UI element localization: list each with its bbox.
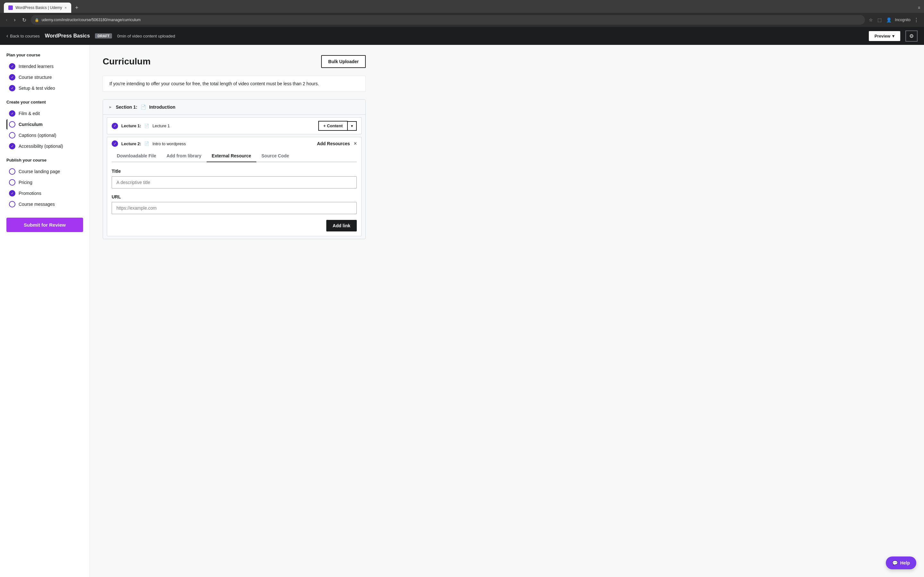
lecture-2-actions: Add Resources × [317, 141, 357, 147]
add-resources-close-icon[interactable]: × [354, 141, 357, 147]
back-to-courses-link[interactable]: ‹ Back to courses [6, 33, 40, 39]
url-input[interactable] [111, 202, 357, 214]
back-chevron-icon: ‹ [6, 33, 8, 39]
url-text: udemy.com/instructor/course/5063180/mana… [42, 18, 861, 22]
section-doc-icon: 📄 [141, 105, 146, 110]
draft-badge: DRAFT [95, 33, 112, 39]
landing-page-label: Course landing page [19, 169, 60, 174]
lecture-2-check-icon [111, 140, 118, 147]
sidebar-item-pricing[interactable]: Pricing [6, 177, 83, 187]
add-resources-button[interactable]: Add Resources × [317, 141, 357, 147]
course-title: WordPress Basics [45, 33, 90, 39]
back-label: Back to courses [10, 34, 40, 39]
more-tabs-button[interactable]: ≡ [918, 5, 920, 10]
incognito-label: Incognito [895, 18, 911, 22]
course-structure-label: Course structure [19, 75, 52, 80]
curriculum-check-icon [9, 121, 15, 127]
submit-for-review-button[interactable]: Submit for Review [6, 218, 83, 232]
section-label: Section 1: [116, 105, 137, 110]
section-card: ▸ Section 1: 📄 Introduction Lecture 1: 📄… [103, 99, 366, 239]
lecture-row-2: Lecture 2: 📄 Intro to wordpress Add Reso… [107, 137, 362, 236]
active-tab[interactable]: WordPress Basics | Udemy × [4, 3, 71, 13]
title-input[interactable] [111, 176, 357, 189]
film-edit-label: Film & edit [19, 111, 40, 116]
pricing-label: Pricing [19, 180, 32, 185]
video-info: 0min of video content uploaded [117, 34, 864, 39]
app-header: ‹ Back to courses WordPress Basics DRAFT… [0, 27, 924, 45]
sidebar-item-course-structure[interactable]: Course structure [6, 72, 83, 82]
add-content-button-1[interactable]: + Content [318, 121, 348, 131]
reload-button[interactable]: ↻ [20, 16, 28, 24]
extensions-button[interactable]: ⬚ [876, 16, 883, 24]
main-content: Curriculum Bulk Uploader If you're inten… [90, 45, 379, 577]
accessibility-check-icon [9, 143, 15, 149]
page-title: Curriculum [103, 56, 150, 67]
promotions-label: Promotions [19, 191, 41, 196]
address-bar[interactable]: 🔒 udemy.com/instructor/course/5063180/ma… [31, 15, 865, 25]
sidebar-item-captions[interactable]: Captions (optional) [6, 130, 83, 140]
lecture-1-check-icon [111, 123, 118, 129]
url-form-group: URL [111, 194, 357, 214]
help-label: Help [900, 560, 910, 566]
sidebar-item-accessibility[interactable]: Accessibility (optional) [6, 141, 83, 151]
curriculum-label: Curriculum [19, 122, 43, 127]
intended-learners-check-icon [9, 63, 15, 69]
tab-source-code[interactable]: Source Code [256, 150, 294, 162]
sidebar-item-setup-test[interactable]: Setup & test video [6, 83, 83, 93]
add-resources-label: Add Resources [317, 141, 350, 146]
info-text: If you're intending to offer your course… [110, 81, 319, 86]
sidebar-item-landing-page[interactable]: Course landing page [6, 166, 83, 177]
create-section-title: Create your content [6, 100, 83, 105]
setup-test-check-icon [9, 85, 15, 91]
sidebar-item-intended-learners[interactable]: Intended learners [6, 61, 83, 71]
new-tab-button[interactable]: + [73, 3, 81, 13]
title-label: Title [111, 169, 357, 174]
resource-tabs: Downloadable File Add from library Exter… [111, 150, 357, 162]
more-options-button[interactable]: ⋮ [913, 16, 920, 24]
help-button[interactable]: 💬 Help [886, 556, 916, 569]
bookmark-button[interactable]: ☆ [867, 16, 874, 24]
section-collapse-icon[interactable]: ▸ [108, 103, 113, 111]
profile-button[interactable]: 👤 [885, 16, 893, 24]
film-edit-check-icon [9, 110, 15, 117]
url-label: URL [111, 194, 357, 199]
settings-button[interactable]: ⚙ [905, 31, 918, 42]
add-link-button[interactable]: Add link [326, 220, 357, 231]
lecture-1-label: Lecture 1: [121, 123, 141, 128]
content-chevron-button-1[interactable]: ▾ [348, 121, 357, 131]
tab-title: WordPress Basics | Udemy [15, 5, 62, 10]
preview-label: Preview [875, 34, 890, 39]
back-button[interactable]: ‹ [4, 16, 9, 24]
lecture-1-actions: + Content ▾ [318, 121, 357, 131]
sidebar-item-film-edit[interactable]: Film & edit [6, 108, 83, 119]
intended-learners-label: Intended learners [19, 64, 53, 69]
lecture-2-label: Lecture 2: [121, 141, 141, 146]
bulk-uploader-button[interactable]: Bulk Uploader [321, 55, 366, 68]
setup-test-label: Setup & test video [19, 85, 55, 91]
forward-button[interactable]: › [12, 16, 17, 24]
course-messages-check-icon [9, 201, 15, 207]
accessibility-label: Accessibility (optional) [19, 143, 63, 149]
sidebar-item-curriculum[interactable]: Curriculum [6, 119, 83, 129]
lecture-row-1: Lecture 1: 📄 Lecture 1 + Content ▾ [107, 117, 362, 134]
tab-favicon [8, 5, 13, 10]
promotions-check-icon [9, 190, 15, 197]
sidebar-item-promotions[interactable]: Promotions [6, 188, 83, 198]
tab-add-from-library[interactable]: Add from library [162, 150, 207, 162]
pricing-check-icon [9, 179, 15, 185]
help-icon: 💬 [892, 560, 898, 566]
section-header: ▸ Section 1: 📄 Introduction [103, 100, 365, 115]
tab-close-button[interactable]: × [65, 6, 67, 10]
tab-downloadable-file[interactable]: Downloadable File [111, 150, 162, 162]
landing-page-check-icon [9, 168, 15, 175]
sidebar-item-course-messages[interactable]: Course messages [6, 199, 83, 210]
section-name: Introduction [149, 105, 176, 110]
preview-button[interactable]: Preview ▾ [869, 31, 900, 41]
course-structure-check-icon [9, 74, 15, 81]
plan-section-title: Plan your course [6, 53, 83, 57]
tab-external-resource[interactable]: External Resource [207, 150, 256, 162]
sidebar: Plan your course Intended learners Cours… [0, 45, 90, 577]
info-message: If you're intending to offer your course… [103, 76, 366, 92]
title-form-group: Title [111, 169, 357, 189]
lecture-2-doc-icon: 📄 [144, 141, 149, 146]
